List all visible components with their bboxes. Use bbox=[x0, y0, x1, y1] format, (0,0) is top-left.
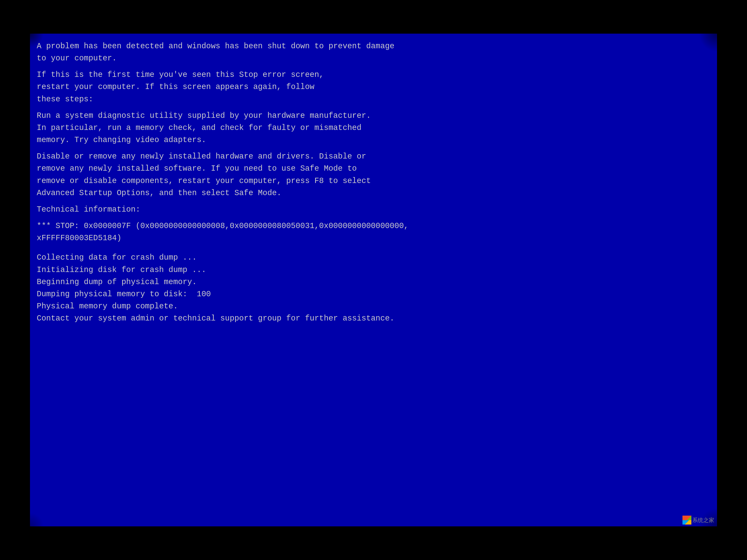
intro-line2: to your computer. bbox=[37, 52, 711, 64]
contact-text: Contact your system admin or technical s… bbox=[37, 312, 711, 324]
para2-line2: In particular, run a memory check, and c… bbox=[37, 122, 711, 134]
para3-line1: Disable or remove any newly installed ha… bbox=[37, 150, 711, 162]
diagnostic-section: Run a system diagnostic utility supplied… bbox=[37, 110, 711, 146]
first-time-section: If this is the first time you've seen th… bbox=[37, 69, 711, 105]
bsod-screen: A problem has been detected and windows … bbox=[30, 34, 717, 526]
intro-section: A problem has been detected and windows … bbox=[37, 40, 711, 64]
dump-section: Collecting data for crash dump ... Initi… bbox=[37, 251, 711, 324]
physical-complete-text: Physical memory dump complete. bbox=[37, 300, 711, 312]
para3-line3: remove or disable components, restart yo… bbox=[37, 175, 711, 187]
para3-line2: remove any newly installed software. If … bbox=[37, 162, 711, 175]
initializing-text: Initializing disk for crash dump ... bbox=[37, 264, 711, 276]
stop-code-section: *** STOP: 0x0000007F (0x0000000000000008… bbox=[37, 220, 711, 244]
screen-container: A problem has been detected and windows … bbox=[0, 0, 747, 560]
collecting-text: Collecting data for crash dump ... bbox=[37, 251, 711, 264]
watermark: 系统之家 bbox=[682, 516, 714, 525]
para2-line1: Run a system diagnostic utility supplied… bbox=[37, 110, 711, 122]
beginning-text: Beginning dump of physical memory. bbox=[37, 276, 711, 288]
dumping-text: Dumping physical memory to disk: 100 bbox=[37, 288, 711, 300]
para1-line1: If this is the first time you've seen th… bbox=[37, 69, 711, 81]
para1-line3: these steps: bbox=[37, 93, 711, 105]
technical-label: Technical information: bbox=[37, 203, 711, 215]
stop-code-line2: xFFFFF80003ED5184) bbox=[37, 232, 711, 244]
para3-line4: Advanced Startup Options, and then selec… bbox=[37, 187, 711, 199]
para1-line2: restart your computer. If this screen ap… bbox=[37, 81, 711, 93]
windows-logo-icon bbox=[682, 516, 691, 525]
para2-line3: memory. Try changing video adapters. bbox=[37, 134, 711, 146]
technical-section: Technical information: bbox=[37, 203, 711, 215]
intro-line1: A problem has been detected and windows … bbox=[37, 40, 711, 52]
stop-code-line1: *** STOP: 0x0000007F (0x0000000000000008… bbox=[37, 220, 711, 232]
disable-section: Disable or remove any newly installed ha… bbox=[37, 150, 711, 199]
watermark-text: 系统之家 bbox=[692, 516, 714, 524]
